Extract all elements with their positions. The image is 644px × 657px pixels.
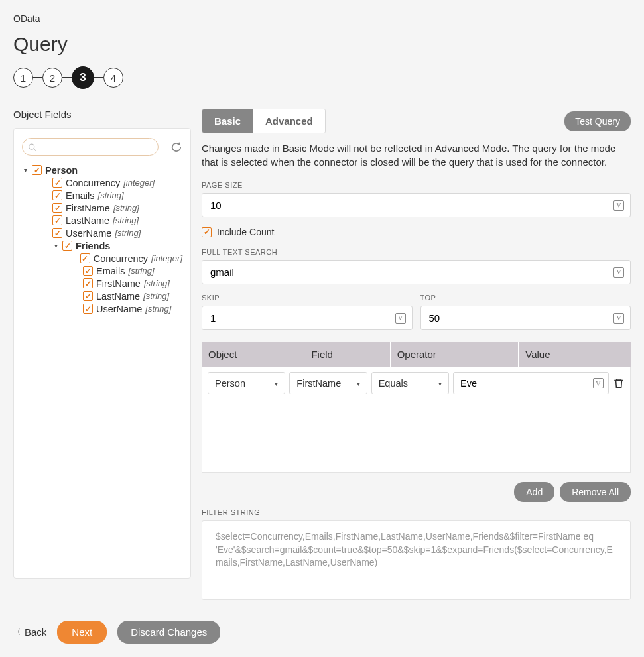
tree-label: LastName: [96, 291, 140, 302]
checkbox[interactable]: [62, 241, 72, 251]
tree-type: [string]: [113, 215, 139, 225]
filter-operator-select[interactable]: Equals ▾: [371, 372, 449, 394]
tree-node[interactable]: LastName [string]: [22, 290, 182, 302]
filter-operator-value: Equals: [379, 378, 408, 388]
back-button[interactable]: 〈 Back: [13, 627, 46, 638]
filter-header-actions: [612, 342, 631, 367]
step-1[interactable]: 1: [13, 68, 33, 88]
chevron-down-icon[interactable]: ▾: [52, 242, 59, 249]
chevron-down-icon: ▾: [438, 380, 442, 387]
tree-node[interactable]: LastName [string]: [22, 214, 182, 227]
checkbox[interactable]: [32, 165, 42, 175]
checkbox[interactable]: [83, 291, 93, 301]
filter-field-select[interactable]: FirstName ▾: [289, 372, 367, 394]
filter-header-operator: Operator: [391, 342, 519, 367]
include-count-label: Include Count: [217, 227, 274, 237]
tree-node[interactable]: Concurrency [integer]: [22, 252, 182, 265]
filter-field-value: FirstName: [296, 378, 341, 388]
search-input[interactable]: [22, 138, 159, 156]
step-connector: [94, 77, 103, 78]
stepper: 1 2 3 4: [13, 66, 631, 89]
tree-node[interactable]: Concurrency [integer]: [22, 176, 182, 189]
mode-info-text: Changes made in Basic Mode will not be r…: [202, 141, 631, 169]
tree-node[interactable]: Emails [string]: [22, 189, 182, 202]
checkbox[interactable]: [52, 178, 62, 188]
trash-icon[interactable]: [613, 377, 625, 389]
step-connector: [33, 77, 42, 78]
tree-label: Concurrency: [66, 178, 120, 188]
next-button[interactable]: Next: [57, 621, 107, 644]
filter-table: Object Field Operator Value: [202, 342, 631, 367]
tree-label: FirstName: [96, 278, 141, 289]
filter-value-input[interactable]: [453, 372, 609, 394]
variable-icon[interactable]: V: [613, 267, 624, 278]
tab-basic[interactable]: Basic: [202, 109, 253, 133]
full-text-search-input[interactable]: [202, 260, 631, 284]
tree-node-friends[interactable]: ▾ Friends: [22, 239, 182, 252]
tree-type: [integer]: [123, 178, 155, 188]
step-2[interactable]: 2: [42, 68, 62, 88]
step-4[interactable]: 4: [103, 68, 123, 88]
discard-changes-button[interactable]: Discard Changes: [117, 621, 220, 644]
variable-icon[interactable]: V: [395, 313, 406, 324]
tree-node[interactable]: UserName [string]: [22, 227, 182, 239]
checkbox[interactable]: [83, 304, 93, 314]
chevron-down-icon: ▾: [357, 380, 360, 387]
page-size-input[interactable]: [202, 193, 631, 217]
top-label: TOP: [420, 294, 631, 302]
chevron-down-icon: ▾: [275, 380, 278, 387]
search-icon: [28, 143, 36, 151]
full-text-search-label: FULL TEXT SEARCH: [202, 248, 631, 256]
variable-icon[interactable]: V: [593, 378, 604, 388]
page-title: Query: [13, 33, 631, 56]
checkbox[interactable]: [83, 278, 93, 288]
test-query-button[interactable]: Test Query: [564, 111, 631, 131]
checkbox[interactable]: [52, 215, 62, 225]
tab-advanced[interactable]: Advanced: [253, 109, 325, 133]
filter-table-body: Person ▾ FirstName ▾ Equals ▾ V: [202, 367, 631, 473]
mode-tabs: Basic Advanced: [202, 109, 326, 133]
tree-type: [string]: [145, 304, 171, 314]
chevron-left-icon: 〈: [13, 627, 21, 637]
checkbox[interactable]: [83, 266, 93, 276]
object-fields-label: Object Fields: [13, 109, 191, 120]
tree-node[interactable]: FirstName [string]: [22, 277, 182, 290]
tree-label: Emails: [96, 266, 125, 276]
filter-string-textarea[interactable]: [202, 520, 631, 600]
checkbox[interactable]: [52, 203, 62, 213]
filter-header-field: Field: [304, 342, 390, 367]
filter-object-value: Person: [215, 378, 245, 388]
add-filter-button[interactable]: Add: [514, 482, 554, 502]
object-tree: ▾ Person Concurrency [integer] Emails [s…: [22, 164, 182, 315]
filter-object-select[interactable]: Person ▾: [208, 372, 285, 394]
include-count-checkbox[interactable]: [202, 227, 212, 237]
filter-string-label: FILTER STRING: [202, 508, 631, 516]
tree-type: [string]: [143, 291, 169, 301]
refresh-icon[interactable]: [170, 141, 182, 153]
checkbox[interactable]: [52, 228, 62, 238]
page-size-label: PAGE SIZE: [202, 181, 631, 189]
filter-header-object: Object: [202, 342, 304, 367]
tree-label: Person: [45, 165, 78, 176]
step-3[interactable]: 3: [72, 66, 94, 89]
tree-node[interactable]: UserName [string]: [22, 302, 182, 315]
top-input[interactable]: [420, 306, 631, 330]
step-connector: [62, 77, 72, 78]
tree-node[interactable]: Emails [string]: [22, 265, 182, 277]
svg-line-1: [34, 149, 36, 150]
tree-node-person[interactable]: ▾ Person: [22, 164, 182, 176]
remove-all-filters-button[interactable]: Remove All: [560, 482, 631, 502]
tree-label: Friends: [76, 241, 110, 251]
skip-input[interactable]: [202, 306, 413, 330]
tree-node[interactable]: FirstName [string]: [22, 202, 182, 214]
filter-row: Person ▾ FirstName ▾ Equals ▾ V: [208, 372, 625, 394]
checkbox[interactable]: [80, 253, 90, 263]
breadcrumb[interactable]: OData: [13, 13, 40, 24]
svg-point-0: [29, 144, 34, 149]
variable-icon[interactable]: V: [613, 200, 624, 211]
checkbox[interactable]: [52, 190, 62, 200]
tree-label: UserName: [66, 228, 111, 239]
chevron-down-icon[interactable]: ▾: [22, 166, 29, 174]
variable-icon[interactable]: V: [613, 313, 624, 324]
tree-label: LastName: [66, 215, 109, 226]
